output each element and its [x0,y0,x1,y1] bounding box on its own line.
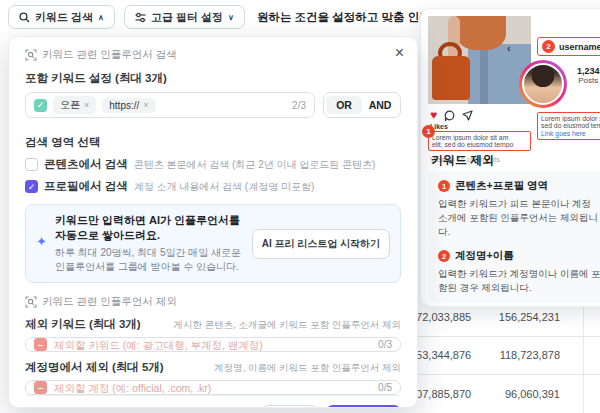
helper-item-desc: 입력한 키워드가 피드 본문이나 계정 소개에 포함된 인플루언서는 제외됩니다… [438,197,600,238]
share-icon [462,110,473,121]
promo-desc: 하루 최대 20명씩, 최대 5일간 매일 새로운 인플루언서를 그룹에 받아볼… [55,246,244,274]
and-option[interactable]: AND [362,96,398,114]
chevron-down-icon: ∨ [228,13,234,22]
keyword-tag-label: https:// [109,100,139,111]
helper-item-title: 콘텐츠+프로필 영역 [455,179,548,193]
keyword-tag: 오픈 × [53,96,96,114]
checkbox-unchecked-icon[interactable] [25,158,38,171]
badge-1: 1 [438,180,450,192]
exclude-keyword-counter: 0/3 [378,339,392,350]
include-check-icon[interactable]: ✓ [34,99,47,112]
option-label[interactable]: 프로필에서 검색 [44,179,128,194]
username-label: username [559,42,600,52]
post-photo [428,16,531,104]
exclude-account-counter: 0/5 [378,382,392,393]
table-cell: 156,254,231 [468,311,560,323]
table-cell: 372,033,885 [410,311,468,323]
exclude-keyword-input[interactable] [54,339,371,351]
close-icon[interactable]: × [395,45,404,61]
include-keywords-label: 포함 키워드 설정 (최대 3개) [25,71,401,86]
likes-label: Likes [428,123,531,130]
post-caption-highlight: 1 Lorem ipsum dolor sit am elit, sed do … [428,131,531,151]
exclude-keyword-hint: 게시한 콘텐츠, 소개글에 키워드 포함 인플루언서 제외 [174,319,401,332]
bio-highlight: Lorem ipsum dolor sit amet, consectetu s… [537,112,600,140]
badge-1: 1 [422,125,435,138]
promo-title: 키워드만 입력하면 AI가 인플루언서를 자동으로 쌓아드려요. [55,213,244,243]
exclude-account-input[interactable] [54,382,371,394]
modal-title: 키워드 관련 인플루언서 검색 [25,48,401,62]
minus-icon: – [34,338,47,351]
post-actions: ♥ [428,104,531,123]
advanced-filter-button[interactable]: 고급 필터 설정 ∨ [124,5,245,29]
exclude-keyword-label-row: 제외 키워드 (최대 3개) 게시한 콘텐츠, 소개글에 키워드 포함 인플루언… [25,317,401,332]
table-cell: 307,885,870 [410,388,468,400]
option-desc: 계정 소개 내용에서 검색 (계정명 미포함) [134,180,315,194]
table-cell: 353,344,876 [410,349,468,361]
sliders-icon [135,12,146,23]
table-row: 307,885,870 96,060,391 [410,375,600,413]
exclude-section-header: 키워드 관련 인플루언서 제외 [25,295,401,309]
background-metrics-table: 372,033,885 156,254,231 353,344,876 118,… [410,298,600,413]
bio-line: sed do eiusmod tempor incididunt #has [541,122,600,129]
scan-search-icon [25,49,37,61]
exclude-account-label-row: 계정명에서 제외 (최대 5개) 계정명, 이름에 키워드 포함 인플루언서 제… [25,360,401,375]
table-column-divider [583,298,584,413]
apply-filter-button[interactable]: 필터 적용 [326,405,401,408]
or-and-toggle: OR AND [323,92,401,118]
option-profile-search[interactable]: ✓ 프로필에서 검색 계정 소개 내용에서 검색 (계정명 미포함) [25,179,401,194]
bio-line: Lorem ipsum dolor sit amet, consectetu [541,115,600,122]
like-icon: ♥ [430,109,437,121]
search-area-label: 검색 영역 선택 [25,135,401,150]
or-option[interactable]: OR [326,96,362,114]
minus-icon: – [34,381,47,394]
stat-label: Posts [577,76,600,85]
helper-item-content-profile: 1 콘텐츠+프로필 영역 입력한 키워드가 피드 본문이나 계정 소개에 포함된… [429,171,600,246]
scan-search-icon [25,296,37,308]
avatar [519,60,567,108]
cancel-button[interactable]: 취소 [261,405,318,408]
table-row: 353,344,876 118,723,878 [410,337,600,376]
search-icon [19,12,30,23]
keyword-tag: https:// × [102,98,155,113]
promo-texts: 키워드만 입력하면 AI가 인플루언서를 자동으로 쌓아드려요. 하루 최대 2… [55,213,244,274]
caption-line: Lorem ipsum dolor sit am [432,134,527,141]
instagram-post-preview: ♥ Likes 1 Lorem ipsum dolor sit am elit,… [428,16,531,164]
remove-tag-icon[interactable]: × [143,100,148,110]
exclude-account-label: 계정명에서 제외 (최대 5개) [25,360,164,375]
table-cell: 118,723,878 [468,349,560,361]
back-chevron-icon: ‹ [507,42,511,54]
sparkle-icon: ✦ [36,235,47,248]
helper-item-account-name: 2 계정명+이름 입력한 키워드가 계정명이나 이름에 포함된 경우 제외됩니다… [429,241,600,303]
keyword-exclude-helper-popover: ♥ Likes 1 Lorem ipsum dolor sit am elit,… [420,8,600,307]
helper-title: 키워드 제외 [431,152,494,169]
helper-item-title: 계정명+이름 [455,249,514,263]
stat-value: 1,234 [577,66,600,76]
profile-stats: 1,234 Posts 5, Follo [577,66,600,85]
option-label[interactable]: 콘텐츠에서 검색 [44,157,128,172]
exclude-section-title: 키워드 관련 인플루언서 제외 [42,295,177,309]
comment-icon [444,110,455,121]
keyword-counter: 2/3 [292,100,306,111]
include-keywords-row: ✓ 오픈 × https:// × 2/3 OR AND [25,92,401,118]
include-keywords-input[interactable]: ✓ 오픈 × https:// × 2/3 [25,92,315,118]
exclude-keyword-label: 제외 키워드 (최대 3개) [25,317,141,332]
remove-tag-icon[interactable]: × [84,100,89,110]
ai-promo-banner: ✦ 키워드만 입력하면 AI가 인플루언서를 자동으로 쌓아드려요. 하루 최대… [25,204,401,283]
modal-footer: 취소 필터 적용 [25,395,401,408]
checkbox-checked-icon[interactable]: ✓ [25,180,38,193]
keyword-tag-label: 오픈 [60,98,80,112]
badge-2: 2 [542,40,555,53]
bio-link: Link goes here [541,130,600,137]
ai-listup-button[interactable]: AI 프리 리스트업 시작하기 [252,229,390,259]
table-cell: 96,060,391 [468,388,560,400]
keyword-filter-modal: 키워드 관련 인플루언서 검색 × 포함 키워드 설정 (최대 3개) ✓ 오픈… [8,36,418,408]
exclude-account-field[interactable]: – 0/5 [25,380,401,395]
option-content-search[interactable]: 콘텐츠에서 검색 콘텐츠 본문에서 검색 (최근 2년 이내 업로드된 콘텐츠) [25,157,401,172]
exclude-keyword-field[interactable]: – 0/3 [25,337,401,352]
exclude-account-hint: 계정명, 이름에 키워드 포함 인플루언서 제외 [214,362,401,375]
keyword-search-button[interactable]: 키워드 검색 ∧ [8,5,115,29]
chevron-up-icon: ∧ [98,13,104,22]
stat-posts: 1,234 Posts [577,66,600,85]
helper-item-desc: 입력한 키워드가 계정명이나 이름에 포함된 경우 제외됩니다. [438,267,600,295]
keyword-search-label: 키워드 검색 [35,10,93,25]
